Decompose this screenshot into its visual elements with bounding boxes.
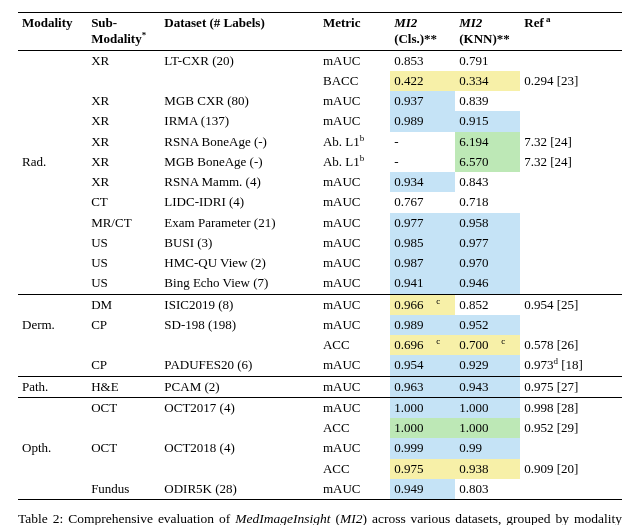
cls-cell: 0.963 [390, 376, 455, 397]
modality-cell: Path. [18, 376, 87, 397]
dataset-cell: Bing Echo View (7) [160, 273, 319, 294]
sub-modality-cell: US [87, 253, 160, 273]
metric-cell: mAUC [319, 233, 390, 253]
modality-cell [18, 294, 87, 315]
ref-cell [520, 479, 622, 500]
metric-cell: mAUC [319, 315, 390, 335]
modality-cell [18, 71, 87, 91]
cls-cell: - [390, 132, 455, 152]
modality-cell: Derm. [18, 315, 87, 335]
metric-cell: mAUC [319, 192, 390, 212]
knn-cell: 6.194 [455, 132, 520, 152]
cls-cell: 0.934 [390, 172, 455, 192]
modality-cell [18, 397, 87, 418]
ref-cell [520, 253, 622, 273]
ref-cell [520, 172, 622, 192]
dataset-cell: RSNA Mamm. (4) [160, 172, 319, 192]
modality-cell [18, 132, 87, 152]
table-row: FundusODIR5K (28)mAUC0.9490.803 [18, 479, 622, 500]
table-row: Rad.XRMGB BoneAge (-)Ab. L1b-6.5707.32 [… [18, 152, 622, 172]
cls-cell: 0.989 [390, 111, 455, 131]
table-caption: Table 2: Comprehensive evaluation of Med… [18, 510, 622, 525]
metric-cell: mAUC [319, 213, 390, 233]
col-sub-modality: Sub- Modality* [87, 13, 160, 51]
cls-cell: 0.954 [390, 355, 455, 376]
knn-cell: 1.000 [455, 397, 520, 418]
metric-cell: mAUC [319, 91, 390, 111]
table-row: XRLT-CXR (20)mAUC0.8530.791 [18, 50, 622, 71]
modality-cell [18, 50, 87, 71]
table-row: Opth.OCTOCT2018 (4)mAUC0.9990.99 [18, 438, 622, 458]
ref-cell [520, 315, 622, 335]
sub-modality-cell: OCT [87, 397, 160, 418]
knn-cell: 1.000 [455, 418, 520, 438]
cls-cell: 0.999 [390, 438, 455, 458]
ref-cell: 0.909 [20] [520, 459, 622, 479]
metric-cell: ACC [319, 418, 390, 438]
sub-modality-cell: DM [87, 294, 160, 315]
cls-cell: 0.422 [390, 71, 455, 91]
results-table: Modality Sub- Modality* Dataset (# Label… [18, 12, 622, 500]
modality-cell [18, 253, 87, 273]
sub-modality-cell: CT [87, 192, 160, 212]
metric-cell: mAUC [319, 397, 390, 418]
table-row: XRRSNA Mamm. (4)mAUC0.9340.843 [18, 172, 622, 192]
metric-cell: ACC [319, 335, 390, 355]
col-ref: Ref a [520, 13, 622, 51]
knn-cell: 0.952 [455, 315, 520, 335]
cls-cell: 0.966 c [390, 294, 455, 315]
modality-cell [18, 233, 87, 253]
ref-cell [520, 213, 622, 233]
ref-cell: 0.998 [28] [520, 397, 622, 418]
cls-cell: 0.767 [390, 192, 455, 212]
knn-cell: 0.700 c [455, 335, 520, 355]
metric-cell: mAUC [319, 273, 390, 294]
modality-cell: Opth. [18, 438, 87, 458]
dataset-cell [160, 335, 319, 355]
metric-cell: ACC [319, 459, 390, 479]
metric-cell: mAUC [319, 355, 390, 376]
ref-cell: 0.578 [26] [520, 335, 622, 355]
modality-cell [18, 111, 87, 131]
table-row: XRIRMA (137)mAUC0.9890.915 [18, 111, 622, 131]
cls-cell: 0.853 [390, 50, 455, 71]
dataset-cell: LIDC-IDRI (4) [160, 192, 319, 212]
metric-cell: mAUC [319, 50, 390, 71]
metric-cell: Ab. L1b [319, 132, 390, 152]
col-knn: MI2 (KNN)** [455, 13, 520, 51]
cls-cell: 0.989 [390, 315, 455, 335]
table-row: ACC1.0001.0000.952 [29] [18, 418, 622, 438]
cls-cell: 0.937 [390, 91, 455, 111]
knn-cell: 0.938 [455, 459, 520, 479]
modality-cell [18, 479, 87, 500]
knn-cell: 0.977 [455, 233, 520, 253]
table-row: XRMGB CXR (80)mAUC0.9370.839 [18, 91, 622, 111]
sub-modality-cell [87, 335, 160, 355]
dataset-cell: MGB BoneAge (-) [160, 152, 319, 172]
knn-cell: 0.946 [455, 273, 520, 294]
knn-cell: 0.843 [455, 172, 520, 192]
ref-cell: 0.975 [27] [520, 376, 622, 397]
table-row: CPPADUFES20 (6)mAUC0.9540.9290.973d [18] [18, 355, 622, 376]
dataset-cell: OCT2018 (4) [160, 438, 319, 458]
ref-cell [520, 273, 622, 294]
knn-cell: 0.839 [455, 91, 520, 111]
modality-cell [18, 213, 87, 233]
dataset-cell [160, 418, 319, 438]
knn-cell: 0.915 [455, 111, 520, 131]
table-row: MR/CTExam Parameter (21)mAUC0.9770.958 [18, 213, 622, 233]
col-modality: Modality [18, 13, 87, 51]
knn-cell: 0.970 [455, 253, 520, 273]
ref-cell [520, 91, 622, 111]
modality-cell [18, 172, 87, 192]
table-row: XRRSNA BoneAge (-)Ab. L1b-6.1947.32 [24] [18, 132, 622, 152]
cls-cell: - [390, 152, 455, 172]
knn-cell: 0.803 [455, 479, 520, 500]
knn-cell: 0.943 [455, 376, 520, 397]
metric-cell: mAUC [319, 438, 390, 458]
ref-cell: 0.973d [18] [520, 355, 622, 376]
ref-cell: 0.294 [23] [520, 71, 622, 91]
sub-modality-cell [87, 418, 160, 438]
modality-cell [18, 459, 87, 479]
dataset-cell [160, 459, 319, 479]
